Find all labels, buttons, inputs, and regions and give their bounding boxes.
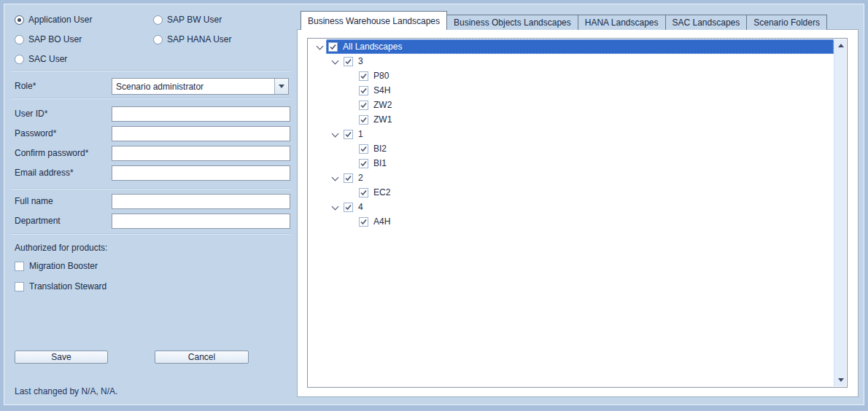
twisty-spacer bbox=[345, 99, 357, 111]
twisty-spacer bbox=[345, 70, 357, 82]
tree-node-label: S4H bbox=[373, 85, 390, 95]
tree-checkbox-icon[interactable] bbox=[344, 57, 353, 66]
scroll-down-button[interactable] bbox=[834, 374, 847, 386]
tab-business-warehouse-landscapes[interactable]: Business Warehouse Landscapes bbox=[301, 11, 447, 30]
tree-node-label: BI2 bbox=[373, 144, 387, 154]
tree-node[interactable]: 2 bbox=[341, 171, 834, 185]
tree-node[interactable]: EC2 bbox=[357, 185, 834, 200]
tree-node[interactable]: All Landscapes bbox=[326, 39, 834, 54]
tree-node[interactable]: 1 bbox=[341, 127, 834, 141]
radio-icon[interactable] bbox=[15, 35, 24, 44]
tree-checkbox-icon[interactable] bbox=[344, 203, 353, 212]
tree-node[interactable]: BI2 bbox=[357, 141, 834, 156]
chevron-down-icon[interactable] bbox=[314, 41, 326, 52]
full-name-field[interactable] bbox=[112, 194, 290, 209]
separator bbox=[11, 70, 290, 71]
tree-checkbox-icon[interactable] bbox=[359, 71, 368, 81]
tree-row[interactable]: EC2 bbox=[309, 185, 834, 200]
chevron-down-icon[interactable] bbox=[330, 172, 341, 184]
dropdown-arrow-button[interactable] bbox=[274, 79, 288, 94]
tree-node[interactable]: S4H bbox=[357, 83, 834, 98]
tree-checkbox-icon[interactable] bbox=[359, 217, 368, 227]
tree-row[interactable]: 3 bbox=[309, 54, 834, 68]
tree-node[interactable]: 3 bbox=[341, 54, 834, 68]
tree-row[interactable]: BI1 bbox=[309, 156, 834, 171]
radio-icon[interactable] bbox=[15, 55, 24, 64]
tree-row[interactable]: 4 bbox=[309, 200, 834, 214]
checkbox-migration-booster[interactable]: Migration Booster bbox=[15, 261, 98, 271]
radio-sap-bo-user[interactable]: SAP BO User bbox=[15, 34, 82, 44]
tree-row[interactable]: ZW1 bbox=[309, 112, 834, 127]
email-field[interactable] bbox=[112, 165, 290, 181]
tree-row[interactable]: A4H bbox=[309, 214, 834, 229]
tree-checkbox-icon[interactable] bbox=[359, 188, 368, 197]
department-field[interactable] bbox=[112, 214, 290, 229]
tree-node[interactable]: 4 bbox=[341, 200, 834, 214]
password-label: Password* bbox=[15, 126, 56, 141]
scroll-up-button[interactable] bbox=[834, 39, 847, 52]
checkbox-icon[interactable] bbox=[15, 282, 24, 291]
tree-checkbox-icon[interactable] bbox=[359, 115, 368, 125]
checkbox-icon[interactable] bbox=[15, 262, 24, 271]
tree-checkbox-icon[interactable] bbox=[359, 144, 368, 154]
checkbox-translation-steward[interactable]: Translation Steward bbox=[15, 281, 106, 291]
check-mark-icon bbox=[344, 203, 352, 211]
chevron-down-icon[interactable] bbox=[330, 128, 341, 140]
tab-business-objects-landscapes[interactable]: Business Objects Landscapes bbox=[446, 15, 578, 30]
tree-row[interactable]: P80 bbox=[309, 68, 834, 83]
tree-node-label: BI1 bbox=[373, 158, 387, 168]
triangle-up-icon bbox=[838, 44, 844, 47]
separator bbox=[11, 188, 290, 189]
tree-node[interactable]: BI1 bbox=[357, 156, 834, 171]
tree-node-label: All Landscapes bbox=[343, 42, 402, 52]
chevron-down-icon[interactable] bbox=[330, 201, 341, 213]
save-button[interactable]: Save bbox=[15, 351, 108, 364]
tree-row[interactable]: All Landscapes bbox=[309, 39, 834, 54]
radio-selected-icon[interactable] bbox=[15, 15, 24, 25]
tree-row[interactable]: 1 bbox=[309, 127, 834, 141]
tree-checkbox-icon[interactable] bbox=[359, 159, 368, 168]
password-field[interactable] bbox=[112, 126, 290, 141]
tree-checkbox-icon[interactable] bbox=[328, 42, 338, 52]
checkbox-label: Translation Steward bbox=[29, 281, 106, 291]
triangle-down-icon bbox=[838, 378, 844, 382]
user-id-field[interactable] bbox=[112, 106, 290, 122]
confirm-password-field[interactable] bbox=[112, 146, 290, 161]
radio-label: SAP BO User bbox=[28, 34, 82, 44]
tree-scrollbar[interactable] bbox=[834, 39, 846, 386]
tree-node[interactable]: ZW1 bbox=[357, 112, 834, 127]
radio-sac-user[interactable]: SAC User bbox=[15, 54, 67, 64]
tree-row[interactable]: 2 bbox=[309, 171, 834, 185]
tree-checkbox-icon[interactable] bbox=[359, 101, 368, 110]
twisty-spacer bbox=[345, 114, 357, 125]
radio-icon[interactable] bbox=[153, 35, 163, 44]
radio-sap-hana-user[interactable]: SAP HANA User bbox=[153, 34, 231, 44]
tree-row[interactable]: BI2 bbox=[309, 141, 834, 156]
radio-application-user[interactable]: Application User bbox=[15, 15, 92, 25]
check-mark-icon bbox=[360, 87, 368, 95]
tree-node[interactable]: ZW2 bbox=[357, 98, 834, 112]
tree-node-label: P80 bbox=[373, 71, 389, 81]
tree-node-label: ZW2 bbox=[373, 100, 392, 110]
landscape-tree: All Landscapes3P80S4HZW2ZW11BI2BI12EC24A… bbox=[307, 38, 848, 388]
user-id-label: User ID* bbox=[15, 106, 47, 122]
tree-checkbox-icon[interactable] bbox=[344, 173, 353, 183]
tree-row[interactable]: ZW2 bbox=[309, 98, 834, 112]
tree-node[interactable]: A4H bbox=[357, 214, 834, 229]
role-dropdown[interactable]: Scenario administrator bbox=[112, 78, 289, 95]
tree-row[interactable]: S4H bbox=[309, 83, 834, 98]
tab-scenario-folders[interactable]: Scenario Folders bbox=[746, 15, 827, 30]
twisty-spacer bbox=[345, 85, 357, 96]
tree-node[interactable]: P80 bbox=[357, 68, 834, 83]
tree-checkbox-icon[interactable] bbox=[344, 130, 353, 139]
tab-sac-landscapes[interactable]: SAC Landscapes bbox=[665, 15, 748, 30]
cancel-button[interactable]: Cancel bbox=[155, 351, 249, 364]
radio-icon[interactable] bbox=[153, 15, 163, 25]
tree-checkbox-icon[interactable] bbox=[359, 86, 368, 95]
tree-node-label: 4 bbox=[358, 202, 363, 212]
radio-sap-bw-user[interactable]: SAP BW User bbox=[153, 15, 222, 25]
chevron-down-icon[interactable] bbox=[330, 55, 341, 67]
check-mark-icon bbox=[360, 116, 368, 124]
tab-hana-landscapes[interactable]: HANA Landscapes bbox=[578, 15, 666, 30]
full-name-label: Full name bbox=[15, 194, 53, 209]
